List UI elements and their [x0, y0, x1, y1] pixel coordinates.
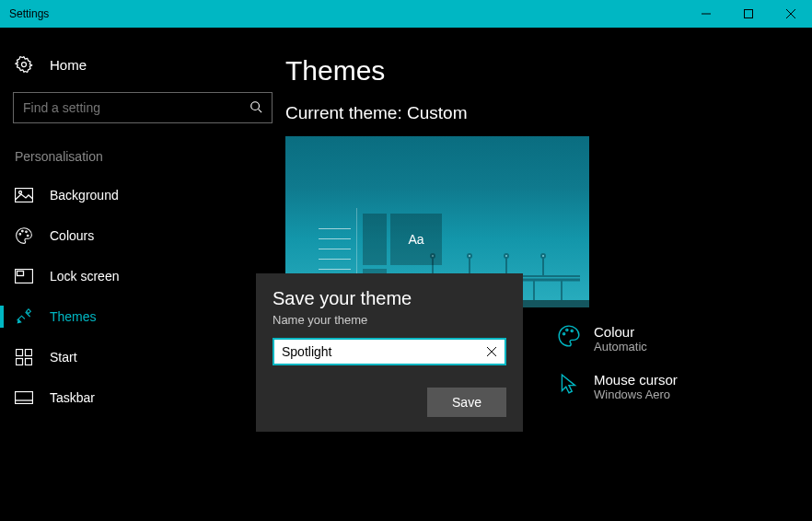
sidebar-item-taskbar[interactable]: Taskbar — [0, 377, 285, 418]
svg-point-9 — [19, 234, 21, 236]
themes-icon — [15, 307, 33, 326]
sidebar-item-start[interactable]: Start — [0, 337, 285, 377]
maximize-button[interactable] — [727, 0, 770, 28]
titlebar: Settings — [0, 0, 812, 28]
theme-name-input[interactable] — [273, 338, 506, 365]
cursor-icon — [557, 372, 581, 396]
clear-input-button[interactable] — [482, 342, 501, 361]
svg-point-8 — [19, 191, 22, 194]
taskbar-icon — [15, 388, 33, 407]
search-input[interactable] — [23, 100, 249, 115]
svg-rect-7 — [16, 189, 33, 203]
svg-rect-14 — [17, 272, 24, 276]
sidebar-item-label: Themes — [50, 309, 97, 324]
sidebar-item-label: Background — [50, 188, 119, 203]
sidebar-item-lockscreen[interactable]: Lock screen — [0, 256, 285, 296]
theme-options: Colour Automatic Mouse cursor Windows Ae… — [557, 324, 678, 420]
svg-point-5 — [251, 101, 260, 110]
current-theme-prefix: Current theme: — [285, 103, 407, 122]
page-title: Themes — [285, 55, 812, 87]
preview-sample-text: Aa — [390, 214, 442, 265]
option-value: Automatic — [594, 340, 647, 353]
svg-rect-20 — [16, 392, 33, 404]
svg-rect-16 — [17, 350, 23, 356]
window-controls — [685, 0, 812, 28]
gear-icon — [15, 55, 33, 74]
svg-point-40 — [571, 330, 573, 332]
minimize-button[interactable] — [685, 0, 727, 28]
svg-point-10 — [22, 230, 24, 232]
svg-rect-17 — [26, 350, 32, 356]
option-label: Mouse cursor — [594, 372, 678, 388]
option-colour[interactable]: Colour Automatic — [557, 324, 678, 353]
sidebar-item-label: Taskbar — [50, 390, 95, 405]
option-value: Windows Aero — [594, 388, 678, 401]
svg-rect-15 — [27, 309, 31, 314]
current-theme-name: Custom — [407, 103, 467, 122]
sidebar-item-background[interactable]: Background — [0, 175, 285, 215]
svg-point-11 — [26, 231, 28, 233]
section-header: Personalisation — [0, 144, 285, 175]
close-button[interactable] — [770, 0, 812, 28]
option-cursor[interactable]: Mouse cursor Windows Aero — [557, 372, 678, 401]
svg-point-37 — [541, 254, 545, 258]
svg-rect-18 — [17, 359, 23, 365]
option-label: Colour — [594, 324, 647, 340]
lockscreen-icon — [15, 267, 33, 285]
active-indicator — [0, 306, 4, 328]
svg-point-36 — [505, 254, 508, 258]
start-icon — [15, 348, 33, 366]
search-box[interactable] — [13, 92, 273, 123]
svg-line-6 — [259, 109, 262, 112]
search-icon — [249, 100, 262, 116]
svg-point-39 — [566, 329, 568, 330]
sidebar-item-themes[interactable]: Themes — [0, 296, 285, 337]
svg-rect-1 — [745, 10, 753, 18]
palette-icon — [15, 226, 33, 245]
dialog-save-button[interactable]: Save — [427, 388, 506, 417]
sidebar-item-colours[interactable]: Colours — [0, 215, 285, 256]
sidebar-item-label: Colours — [50, 228, 94, 243]
svg-point-4 — [22, 63, 27, 67]
sidebar: Home Personalisation Background Colours — [0, 28, 285, 521]
sidebar-item-label: Lock screen — [50, 269, 119, 284]
sidebar-item-label: Start — [50, 350, 77, 365]
home-button[interactable]: Home — [0, 46, 285, 83]
window-title: Settings — [9, 7, 49, 20]
svg-point-38 — [563, 333, 565, 335]
picture-icon — [15, 186, 33, 204]
svg-point-12 — [27, 235, 29, 237]
save-theme-dialog: Save your theme Name your theme Save — [256, 273, 523, 432]
dialog-subtitle: Name your theme — [273, 313, 506, 327]
current-theme-heading: Current theme: Custom — [285, 103, 812, 123]
svg-rect-19 — [26, 359, 32, 365]
dialog-title: Save your theme — [273, 288, 506, 309]
palette-icon — [557, 324, 581, 348]
home-label: Home — [50, 57, 87, 73]
